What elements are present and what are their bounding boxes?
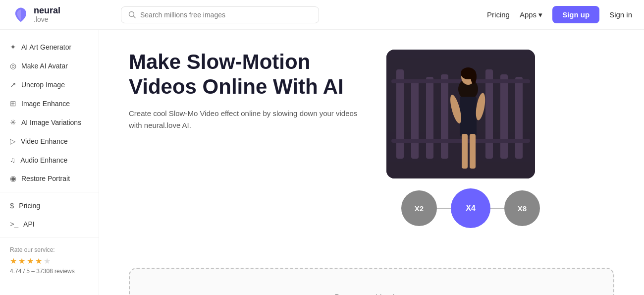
api-icon: >_ [10,220,18,228]
sidebar-item-ai-art-generator[interactable]: ✦AI Art Generator [0,38,99,57]
speed-x2-button[interactable]: X2 [401,190,437,226]
api-label: API [23,220,35,228]
rate-label: Rate our service: [10,246,89,253]
apps-label: Apps [520,10,537,19]
sidebar-divider-2 [0,237,99,237]
svg-rect-20 [462,134,468,169]
svg-line-1 [134,16,136,18]
star-3: ★ [27,256,34,266]
hero-text: Make Slow-Motion Videos Online With AI C… [129,50,367,146]
sidebar-item-image-enhance[interactable]: ⊞Image Enhance [0,94,99,113]
make-ai-avatar-icon: ◎ [10,61,16,70]
uncrop-image-icon: ↗ [10,80,16,89]
ai-art-generator-label: AI Art Generator [21,43,71,51]
image-enhance-label: Image Enhance [21,100,70,108]
sidebar-item-make-ai-avatar[interactable]: ◎Make AI Avatar [0,57,99,75]
search-input[interactable] [140,11,312,19]
sidebar-item-api[interactable]: >_API [0,215,99,233]
logo-icon [12,6,30,24]
stars-container: ★★★★★ [10,256,89,266]
sidebar: ✦AI Art Generator◎Make AI Avatar↗Uncrop … [0,30,99,295]
svg-rect-5 [411,79,419,159]
image-enhance-icon: ⊞ [10,99,16,108]
main-content: Make Slow-Motion Videos Online With AI C… [99,30,644,295]
svg-rect-21 [470,134,476,169]
make-ai-avatar-label: Make AI Avatar [21,62,68,70]
header-nav: Pricing Apps ▾ Sign up Sign in [487,6,632,23]
hero-title: Make Slow-Motion Videos Online With AI [129,50,367,100]
star-5: ★ [44,256,51,266]
star-2: ★ [18,256,25,266]
logo-tld: .love [34,16,60,23]
sidebar-item-pricing[interactable]: $Pricing [0,196,99,215]
speed-x4-button[interactable]: X4 [451,188,490,228]
ai-image-variations-icon: ✳ [10,118,16,127]
star-4: ★ [35,256,42,266]
svg-rect-10 [515,77,523,159]
logo-name: neural [34,6,60,16]
pricing-icon: $ [10,201,14,210]
sidebar-bottom: Rate our service: ★★★★★ 4.74 / 5 – 37308… [0,241,99,280]
svg-rect-6 [426,77,433,159]
upload-area: Drop your video here Upload video [129,268,614,295]
speed-x8-button[interactable]: X8 [504,190,540,226]
header: neural .love Pricing Apps ▾ Sign up Sign… [0,0,644,30]
sidebar-divider [0,192,99,192]
hero-section: Make Slow-Motion Videos Online With AI C… [129,50,614,228]
sidebar-item-ai-image-variations[interactable]: ✳AI Image Variations [0,113,99,132]
hero-image [386,50,535,178]
search-icon [128,11,136,19]
audio-enhance-icon: ♫ [10,156,15,164]
restore-portrait-icon: ◉ [10,174,16,183]
speed-connector-2 [490,208,504,209]
sidebar-item-audio-enhance[interactable]: ♫Audio Enhance [0,151,99,169]
speed-selector: X2 X4 X8 [386,188,555,228]
hero-description: Create cool Slow-Mo Video effect online … [129,108,367,131]
sidebar-item-video-enhance[interactable]: ▷Video Enhance [0,132,99,151]
apps-chevron-icon: ▾ [538,10,542,19]
signin-button[interactable]: Sign in [609,10,632,19]
sidebar-item-uncrop-image[interactable]: ↗Uncrop Image [0,75,99,94]
upload-section: Drop your video here Upload video [129,268,614,295]
ai-art-generator-icon: ✦ [10,43,16,52]
video-enhance-label: Video Enhance [21,137,68,145]
rating-text: 4.74 / 5 – 37308 reviews [10,268,89,275]
restore-portrait-label: Restore Portrait [21,175,70,182]
pricing-label: Pricing [19,202,40,210]
svg-point-16 [471,70,477,84]
svg-rect-17 [460,97,477,136]
speed-connector-1 [437,208,451,209]
svg-rect-12 [391,139,530,143]
svg-rect-9 [500,74,508,159]
sidebar-item-restore-portrait[interactable]: ◉Restore Portrait [0,169,99,188]
svg-rect-7 [441,74,448,159]
star-1: ★ [10,256,17,266]
hero-visual: X2 X4 X8 [386,50,555,228]
video-enhance-icon: ▷ [10,137,16,146]
ai-image-variations-label: AI Image Variations [21,118,81,126]
main-layout: ✦AI Art Generator◎Make AI Avatar↗Uncrop … [0,30,644,295]
audio-enhance-label: Audio Enhance [20,156,67,164]
hero-image-container: X2 X4 X8 [386,50,555,228]
search-bar[interactable] [121,6,319,23]
uncrop-image-label: Uncrop Image [21,81,65,89]
apps-nav-button[interactable]: Apps ▾ [520,10,542,19]
pricing-nav-link[interactable]: Pricing [487,10,510,19]
logo[interactable]: neural .love [12,6,111,24]
signup-button[interactable]: Sign up [552,6,599,23]
